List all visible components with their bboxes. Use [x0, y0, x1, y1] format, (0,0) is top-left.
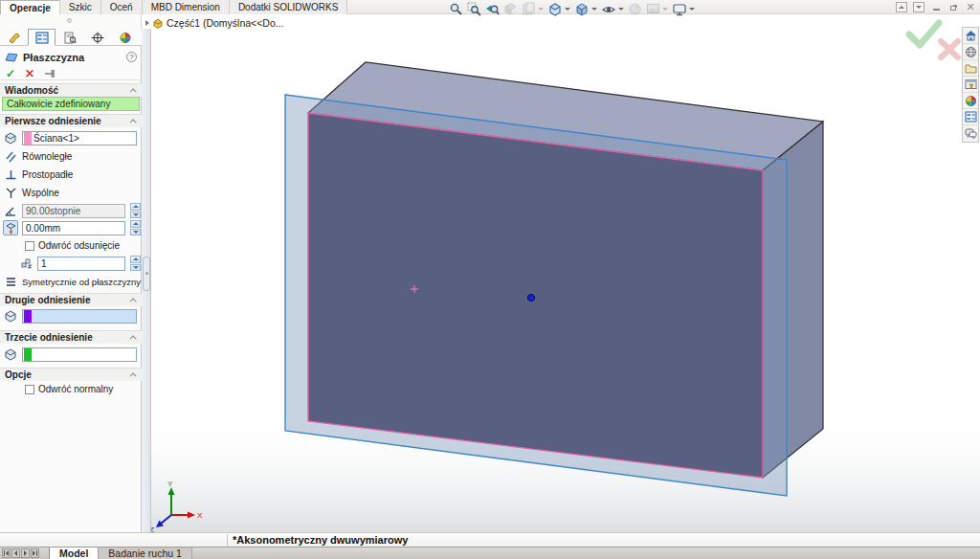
- part-name: Część1 (Domyślna<<Do...: [167, 17, 284, 29]
- dropdown-caret-icon[interactable]: [538, 8, 544, 11]
- tab-model[interactable]: Model: [49, 548, 99, 559]
- reference-face-icon: [3, 347, 18, 362]
- ribbon-handle-dot[interactable]: [67, 18, 72, 23]
- selection-color-swatch: [24, 132, 32, 145]
- dropdown-caret-icon[interactable]: [689, 8, 695, 11]
- status-bar: *Aksonometryczny dwuwymiarowy: [0, 532, 980, 547]
- flip-offset-checkbox[interactable]: [25, 241, 34, 251]
- section-third-reference[interactable]: Trzecie odniesienie: [0, 330, 142, 344]
- close-button[interactable]: ✕: [965, 2, 976, 12]
- dimxpert-manager-tab[interactable]: [83, 29, 111, 46]
- flip-normal-row: Odwróć normalny: [0, 383, 142, 395]
- reference-face-icon: [3, 308, 18, 324]
- resources-globe-icon[interactable]: [963, 44, 978, 60]
- coincident-icon[interactable]: [3, 185, 18, 200]
- tab-motion-study[interactable]: Badanie ruchu 1: [99, 548, 191, 559]
- file-explorer-icon[interactable]: [963, 77, 978, 93]
- ok-button[interactable]: ✓: [6, 67, 15, 80]
- angle-icon[interactable]: [3, 203, 18, 218]
- expand-arrow-icon[interactable]: [145, 20, 149, 26]
- coincident-label[interactable]: Wspólne: [22, 188, 59, 198]
- hide-show-items-icon[interactable]: [600, 1, 625, 17]
- display-style-icon[interactable]: [573, 1, 598, 17]
- flip-normal-label[interactable]: Odwróć normalny: [38, 384, 113, 394]
- cancel-button[interactable]: ✕: [25, 67, 34, 80]
- feature-tree-flyout[interactable]: Część1 (Domyślna<<Do...: [145, 17, 284, 29]
- coincident-row: Wspólne: [0, 185, 142, 200]
- pin-icon[interactable]: [44, 69, 56, 78]
- collapse-chevron-icon[interactable]: [130, 88, 137, 95]
- ribbon-tab-ocen[interactable]: Oceń: [101, 0, 143, 14]
- view-settings-icon[interactable]: [671, 1, 696, 17]
- tab-scroll-right-button[interactable]: [21, 548, 30, 558]
- offset-distance-icon[interactable]: [3, 220, 18, 235]
- configuration-manager-tab[interactable]: [56, 29, 83, 46]
- section-first-reference[interactable]: Pierwsze odniesienie: [0, 114, 142, 127]
- pane-expand-button[interactable]: [913, 2, 924, 12]
- home-icon[interactable]: [963, 28, 978, 44]
- property-manager-tab[interactable]: [28, 29, 56, 46]
- dropdown-caret-icon[interactable]: [591, 8, 597, 11]
- angle-spinner[interactable]: [130, 203, 141, 218]
- zoom-to-fit-icon[interactable]: [448, 1, 464, 17]
- design-library-folder-icon[interactable]: [963, 60, 978, 77]
- first-reference-row: Ściana<1>: [0, 130, 142, 145]
- solidworks-window: Y X Z Operacje Szkic Oceń MBD Dimension …: [0, 0, 980, 559]
- zoom-to-area-icon[interactable]: [466, 1, 482, 17]
- collapse-chevron-icon[interactable]: [130, 372, 137, 379]
- confirm-ok-button[interactable]: [909, 23, 939, 45]
- tab-scroll-last-button[interactable]: [31, 548, 39, 558]
- symmetric-label[interactable]: Symetrycznie od płaszczyzny: [22, 277, 141, 287]
- offset-field[interactable]: 0.00mm: [22, 221, 125, 235]
- parallel-label[interactable]: Równoległe: [22, 151, 72, 162]
- section-message[interactable]: Wiadomość: [0, 83, 142, 97]
- display-manager-tab[interactable]: [111, 29, 139, 46]
- perpendicular-icon[interactable]: [3, 167, 18, 182]
- tab-scroll-left-button[interactable]: [11, 548, 20, 558]
- first-reference-selection[interactable]: Ściana<1>: [22, 131, 137, 145]
- tab-scroll-first-button[interactable]: [2, 548, 11, 558]
- svg-text:#: #: [28, 263, 32, 270]
- ribbon-tab-operacje[interactable]: Operacje: [0, 0, 60, 14]
- collapse-chevron-icon[interactable]: [130, 119, 137, 125]
- splitter-handle[interactable]: [143, 257, 150, 291]
- restore-button[interactable]: [947, 2, 959, 12]
- reference-plane[interactable]: [285, 95, 787, 496]
- pane-collapse-button[interactable]: [896, 2, 907, 12]
- plane-count-row: # 1: [0, 256, 142, 271]
- appearances-ball-icon[interactable]: [963, 93, 978, 109]
- ribbon-tab-dodatki[interactable]: Dodatki SOLIDWORKS: [230, 0, 347, 14]
- dropdown-caret-icon[interactable]: [565, 8, 570, 11]
- custom-properties-icon[interactable]: [963, 109, 978, 125]
- forum-chat-icon[interactable]: [963, 125, 978, 142]
- dropdown-caret-icon[interactable]: [618, 8, 624, 11]
- collapse-chevron-icon[interactable]: [130, 298, 137, 304]
- collapse-chevron-icon[interactable]: [130, 335, 137, 342]
- view-orientation-label: *Aksonometryczny dwuwymiarowy: [233, 534, 408, 546]
- minimize-button[interactable]: [930, 2, 942, 12]
- plane-count-spinner[interactable]: [130, 256, 141, 271]
- section-options[interactable]: Opcje: [0, 368, 142, 381]
- symmetric-icon[interactable]: [3, 274, 18, 289]
- ribbon-tab-szkic[interactable]: Szkic: [60, 0, 101, 14]
- feature-tree-tab[interactable]: [0, 29, 28, 46]
- ribbon-tab-mbd-dimension[interactable]: MBD Dimension: [143, 0, 230, 14]
- flip-offset-label[interactable]: Odwróć odsunięcie: [38, 240, 120, 251]
- perpendicular-label[interactable]: Prostopadłe: [22, 169, 73, 180]
- second-reference-selection[interactable]: [22, 309, 137, 324]
- previous-view-icon[interactable]: [484, 1, 501, 17]
- confirm-cancel-button[interactable]: [941, 41, 958, 57]
- origin-point[interactable]: [527, 294, 534, 301]
- parallel-icon[interactable]: [3, 148, 18, 164]
- view-orientation-icon[interactable]: [546, 1, 571, 17]
- panel-splitter[interactable]: [142, 29, 151, 532]
- section-second-reference[interactable]: Drugie odniesienie: [0, 293, 142, 306]
- plane-count-icon: #: [20, 256, 33, 271]
- flip-normal-checkbox[interactable]: [25, 385, 34, 394]
- dropdown-caret-icon[interactable]: [662, 8, 668, 11]
- help-icon[interactable]: ?: [126, 52, 137, 62]
- plane-count-field[interactable]: 1: [37, 257, 125, 271]
- section-options-label: Opcje: [5, 369, 32, 380]
- offset-spinner[interactable]: [130, 220, 141, 235]
- third-reference-selection[interactable]: [22, 347, 137, 362]
